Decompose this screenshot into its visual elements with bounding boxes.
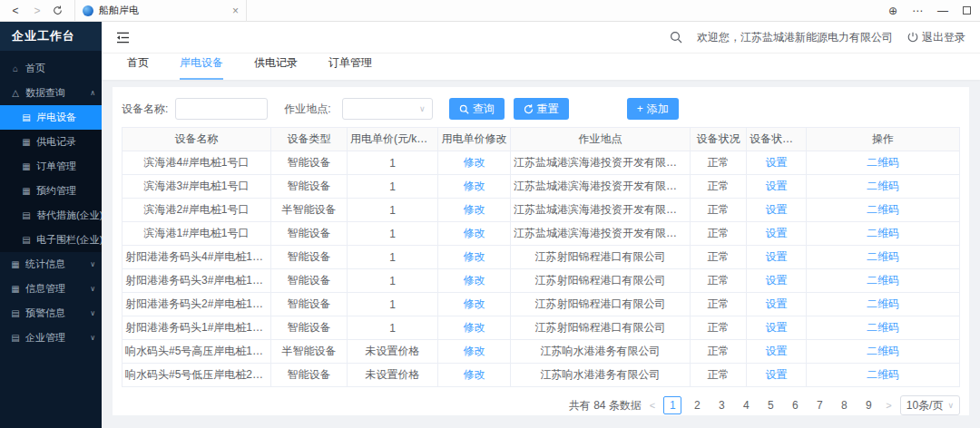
setting-link[interactable]: 设置 bbox=[766, 203, 788, 216]
sidebar-item-power-supply-record[interactable]: ▦供电记录 bbox=[0, 130, 102, 154]
location-select[interactable]: ∨ bbox=[342, 98, 433, 120]
sidebar-item-label: 首页 bbox=[25, 62, 45, 75]
modify-link[interactable]: 修改 bbox=[464, 274, 485, 287]
column-header: 操作 bbox=[807, 128, 960, 151]
setting-link[interactable]: 设置 bbox=[766, 156, 788, 169]
modify-link[interactable]: 修改 bbox=[464, 250, 485, 263]
page-1[interactable]: 1 bbox=[663, 396, 681, 414]
sidebar-item-order-management[interactable]: ▦订单管理 bbox=[0, 154, 102, 179]
sidebar-item-home[interactable]: ⌂首页 bbox=[0, 56, 102, 81]
sidebar-item-alternative-measures[interactable]: ▤替代措施(企业) bbox=[0, 203, 102, 228]
page-5[interactable]: 5 bbox=[761, 396, 779, 414]
qrcode-link[interactable]: 二维码 bbox=[867, 156, 899, 169]
qrcode-link[interactable]: 二维码 bbox=[867, 227, 899, 239]
setting-link[interactable]: 设置 bbox=[766, 321, 788, 334]
data-query-icon: △ bbox=[10, 88, 21, 98]
cell: 正常 bbox=[691, 269, 747, 293]
cell: 江苏盐城港滨海港投资开发有限公司 bbox=[511, 151, 691, 175]
qrcode-link[interactable]: 二维码 bbox=[867, 180, 899, 192]
sidebar-item-data-query[interactable]: △数据查询∧ bbox=[0, 81, 102, 105]
setting-link[interactable]: 设置 bbox=[766, 180, 788, 192]
qrcode-link[interactable]: 二维码 bbox=[867, 250, 899, 263]
qrcode-link[interactable]: 二维码 bbox=[867, 274, 899, 287]
sidebar-fold-icon[interactable] bbox=[116, 32, 130, 44]
qrcode-link[interactable]: 二维码 bbox=[867, 345, 899, 357]
logout-button[interactable]: 退出登录 bbox=[907, 30, 965, 45]
browser-back-icon[interactable]: < bbox=[9, 5, 22, 17]
setting-link[interactable]: 设置 bbox=[766, 345, 788, 357]
modify-link[interactable]: 修改 bbox=[464, 297, 485, 310]
cell: 正常 bbox=[691, 364, 747, 387]
setting-link[interactable]: 设置 bbox=[766, 274, 788, 287]
modify-link[interactable]: 修改 bbox=[464, 345, 485, 357]
cell: 智能设备 bbox=[271, 269, 348, 293]
cell: 智能设备 bbox=[271, 246, 348, 269]
page-7[interactable]: 7 bbox=[810, 396, 828, 414]
setting-link[interactable]: 设置 bbox=[766, 368, 788, 381]
browser-forward-icon[interactable]: > bbox=[31, 5, 44, 17]
sidebar-item-electronic-fence[interactable]: ▤电子围栏(企业) bbox=[0, 228, 102, 252]
table-row: 射阳港港务码头3#岸电桩1号口智能设备1修改江苏射阳锦程港口有限公司正常设置二维… bbox=[122, 269, 960, 293]
tab-岸电设备[interactable]: 岸电设备 bbox=[180, 55, 223, 80]
modify-link[interactable]: 修改 bbox=[464, 203, 485, 216]
page-9[interactable]: 9 bbox=[859, 396, 877, 414]
sidebar-item-statistics-info[interactable]: ▦统计信息∨ bbox=[0, 252, 102, 277]
tab-首页[interactable]: 首页 bbox=[127, 55, 149, 80]
globe-icon[interactable]: ⊕ bbox=[888, 5, 897, 17]
reservation-icon: ▦ bbox=[21, 186, 32, 196]
page-8[interactable]: 8 bbox=[835, 396, 853, 414]
column-header: 设备状况 bbox=[691, 128, 747, 151]
cell: 滨海港3#岸电桩1号口 bbox=[122, 175, 271, 199]
tab-close-icon[interactable]: × bbox=[232, 5, 239, 17]
next-page-icon[interactable]: > bbox=[884, 400, 893, 411]
cell: 滨海港4#岸电桩1号口 bbox=[122, 151, 271, 175]
tab-供电记录[interactable]: 供电记录 bbox=[254, 55, 298, 80]
cell: 1 bbox=[348, 222, 438, 246]
modify-link[interactable]: 修改 bbox=[464, 368, 485, 381]
device-name-input[interactable] bbox=[175, 98, 268, 120]
sidebar-item-shore-power-device[interactable]: ▤岸电设备 bbox=[0, 105, 102, 130]
reset-button[interactable]: 重置 bbox=[514, 98, 569, 120]
setting-link[interactable]: 设置 bbox=[766, 227, 788, 239]
qrcode-link[interactable]: 二维码 bbox=[867, 321, 899, 334]
cell: 1 bbox=[348, 199, 438, 222]
qrcode-link[interactable]: 二维码 bbox=[867, 368, 899, 381]
search-button[interactable]: 查询 bbox=[449, 98, 505, 120]
sidebar-item-enterprise-management[interactable]: ▤企业管理∨ bbox=[0, 326, 102, 350]
sidebar-item-reservation-management[interactable]: ▦预约管理 bbox=[0, 179, 102, 203]
more-options-icon[interactable]: ⋯ bbox=[912, 5, 923, 17]
browser-tab[interactable]: 船舶岸电 × bbox=[74, 0, 247, 22]
tab-订单管理[interactable]: 订单管理 bbox=[328, 55, 372, 80]
cell: 江苏射阳锦程港口有限公司 bbox=[511, 269, 691, 293]
cell: 射阳港港务码头1#岸电桩1号口 bbox=[122, 316, 271, 340]
enterprise-icon: ▤ bbox=[10, 333, 21, 343]
page-3[interactable]: 3 bbox=[712, 396, 730, 414]
page-6[interactable]: 6 bbox=[786, 396, 804, 414]
minimize-icon[interactable]: — bbox=[937, 5, 948, 17]
modify-link[interactable]: 修改 bbox=[464, 321, 485, 334]
sidebar-item-label: 信息管理 bbox=[25, 282, 65, 296]
modify-link[interactable]: 修改 bbox=[464, 156, 485, 169]
page-4[interactable]: 4 bbox=[737, 396, 755, 414]
cell: 正常 bbox=[691, 151, 747, 175]
sidebar-item-info-management[interactable]: ▦信息管理∨ bbox=[0, 277, 102, 301]
sidebar-item-warning-info[interactable]: ▤预警信息∨ bbox=[0, 301, 102, 326]
qrcode-link[interactable]: 二维码 bbox=[867, 297, 899, 310]
add-button[interactable]: + 添加 bbox=[627, 98, 679, 120]
column-header: 设备类型 bbox=[271, 128, 348, 151]
prev-page-icon[interactable]: < bbox=[648, 400, 657, 411]
setting-link[interactable]: 设置 bbox=[766, 250, 788, 263]
search-icon[interactable] bbox=[670, 31, 682, 44]
cell: 正常 bbox=[691, 199, 747, 222]
reset-button-label: 重置 bbox=[537, 102, 559, 117]
page-2[interactable]: 2 bbox=[688, 396, 706, 414]
modify-link[interactable]: 修改 bbox=[464, 180, 485, 192]
qrcode-link[interactable]: 二维码 bbox=[867, 203, 899, 216]
setting-link[interactable]: 设置 bbox=[766, 297, 788, 310]
modify-link[interactable]: 修改 bbox=[464, 227, 485, 239]
restore-window-icon[interactable] bbox=[963, 6, 971, 15]
cell: 正常 bbox=[691, 246, 747, 269]
page-size-select[interactable]: 10条/页 ∨ bbox=[900, 395, 960, 415]
browser-refresh-icon[interactable] bbox=[53, 5, 65, 15]
chevron-down-icon: ∨ bbox=[90, 260, 95, 268]
